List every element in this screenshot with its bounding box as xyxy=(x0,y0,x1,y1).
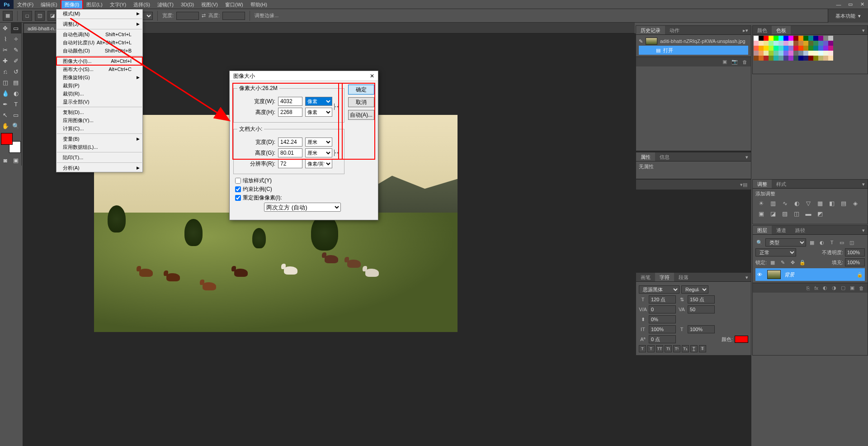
swatch[interactable] xyxy=(793,51,798,56)
auto-button[interactable]: 自动(A)... xyxy=(348,110,374,120)
lasso-tool[interactable]: ⌇ xyxy=(0,33,11,44)
mask-icon[interactable]: ◐ xyxy=(823,285,827,291)
properties-collapsed[interactable]: ▾▤ xyxy=(636,179,751,188)
menu-layer[interactable]: 图层(L) xyxy=(83,0,106,9)
swatch[interactable] xyxy=(769,36,774,41)
menu-item-T[interactable]: 陷印(T)... xyxy=(57,153,142,161)
swatch[interactable] xyxy=(754,36,759,41)
font-size-input[interactable] xyxy=(649,295,676,304)
resolution-input[interactable] xyxy=(278,159,302,168)
layer-background[interactable]: 👁 背景 🔒 xyxy=(755,268,865,281)
trash-icon[interactable]: 🗑 xyxy=(742,59,747,65)
px-height-input[interactable] xyxy=(278,108,302,117)
swatch[interactable] xyxy=(774,41,778,46)
swatch[interactable] xyxy=(803,41,808,46)
swatch[interactable] xyxy=(798,41,803,46)
workspace-switcher[interactable]: 基本功能 ▾ xyxy=(828,9,868,23)
stamp-tool[interactable]: ⎌ xyxy=(0,66,11,77)
tool-preset-icon[interactable]: ▦ xyxy=(3,11,13,21)
tab-actions[interactable]: 动作 xyxy=(665,26,684,34)
menu-item-A[interactable]: 分析(A)▶ xyxy=(57,164,142,172)
swatch[interactable] xyxy=(778,41,783,46)
swatch[interactable] xyxy=(818,51,823,56)
minimize-button[interactable]: — xyxy=(833,0,844,9)
menu-item-S[interactable]: 画布大小(S)...Alt+Ctrl+C xyxy=(57,65,142,73)
swatch[interactable] xyxy=(774,46,778,51)
fx-icon[interactable]: fx xyxy=(814,285,818,291)
tab-paragraph[interactable]: 段落 xyxy=(674,273,693,281)
vibrance-icon[interactable]: ▽ xyxy=(804,200,812,207)
swatch[interactable] xyxy=(803,36,808,41)
eye-icon[interactable]: 👁 xyxy=(757,272,764,277)
menu-item-I[interactable]: 图像大小(I)...Alt+Ctrl+I xyxy=(57,57,142,65)
marquee-tool[interactable]: ▭ xyxy=(11,23,22,33)
swatch[interactable] xyxy=(759,41,764,46)
swatch[interactable] xyxy=(754,46,759,51)
swatch[interactable] xyxy=(759,51,764,56)
lock-pos-icon[interactable]: ✥ xyxy=(788,260,797,266)
swatch[interactable] xyxy=(798,51,803,56)
swatch[interactable] xyxy=(828,51,833,56)
swatch[interactable] xyxy=(818,56,823,61)
menu-item-O[interactable]: 自动颜色(O)Shift+Ctrl+B xyxy=(57,47,142,55)
filter-type-icon[interactable]: T xyxy=(828,240,836,245)
filter-smart-icon[interactable]: ◫ xyxy=(848,240,856,246)
constrain-checkbox[interactable]: 约束比例(C) xyxy=(235,185,344,193)
baseline-input[interactable] xyxy=(649,335,676,343)
panel-menu-icon[interactable]: ▾ xyxy=(859,26,868,34)
text-color-chip[interactable] xyxy=(735,336,748,343)
new-selection-icon[interactable]: □ xyxy=(22,11,32,21)
leading-input[interactable] xyxy=(688,295,715,304)
swatch[interactable] xyxy=(803,51,808,56)
swatch[interactable] xyxy=(793,56,798,61)
swatch[interactable] xyxy=(823,46,828,51)
kerning-input[interactable] xyxy=(649,305,676,313)
doc-height-input[interactable] xyxy=(278,148,302,157)
tab-info[interactable]: 信息 xyxy=(655,152,674,161)
filter-pixel-icon[interactable]: ▦ xyxy=(808,240,816,246)
menu-select[interactable]: 选择(S) xyxy=(130,0,154,9)
menu-item-U[interactable]: 自动对比度(U)Alt+Shift+Ctrl+L xyxy=(57,38,142,47)
swatch[interactable] xyxy=(778,56,783,61)
tab-history[interactable]: 历史记录 xyxy=(636,26,665,34)
swatch[interactable] xyxy=(803,46,808,51)
history-brush-tool[interactable]: ↺ xyxy=(11,66,22,77)
swatch[interactable] xyxy=(823,41,828,46)
curves-icon[interactable]: ∿ xyxy=(781,200,789,207)
swatch[interactable] xyxy=(778,51,783,56)
swatch[interactable] xyxy=(754,56,759,61)
swatch[interactable] xyxy=(788,46,793,51)
tab-swatches[interactable]: 色板 xyxy=(772,26,791,34)
photo-filter-icon[interactable]: ▤ xyxy=(840,200,848,207)
swatch[interactable] xyxy=(769,46,774,51)
history-state-open[interactable]: ▤ 打开 xyxy=(639,46,748,55)
menu-item-M[interactable]: 模式(M)▶ xyxy=(57,9,142,18)
swatch[interactable] xyxy=(813,36,818,41)
swatch[interactable] xyxy=(778,46,783,51)
swatch[interactable] xyxy=(808,51,813,56)
menu-item-N[interactable]: 自动色调(N)Shift+Ctrl+L xyxy=(57,30,142,38)
cancel-button[interactable]: 取消 xyxy=(348,97,374,107)
selcolor-icon[interactable]: ◩ xyxy=(816,210,824,217)
link-icon[interactable]: ⎬⎨ xyxy=(332,95,340,119)
swatch[interactable] xyxy=(788,56,793,61)
swatch[interactable] xyxy=(828,36,833,41)
swatch[interactable] xyxy=(764,36,769,41)
add-selection-icon[interactable]: ◫ xyxy=(35,11,45,21)
path-tool[interactable]: ↖ xyxy=(0,109,11,120)
quickmask-tool[interactable]: ◙ xyxy=(0,155,11,166)
swatch[interactable] xyxy=(764,56,769,61)
poster-icon[interactable]: ▨ xyxy=(781,210,789,217)
opacity-input[interactable] xyxy=(845,248,865,256)
swatch[interactable] xyxy=(783,46,788,51)
panel-menu-icon[interactable]: ▾ xyxy=(859,226,868,234)
swatch[interactable] xyxy=(759,46,764,51)
swatch[interactable] xyxy=(769,56,774,61)
ok-button[interactable]: 确定 xyxy=(348,85,374,95)
swatch[interactable] xyxy=(754,41,759,46)
menu-item-Y[interactable]: 应用图像(Y)... xyxy=(57,116,142,124)
swatch[interactable] xyxy=(823,36,828,41)
swatch[interactable] xyxy=(798,56,803,61)
swatch[interactable] xyxy=(778,36,783,41)
swatch[interactable] xyxy=(793,41,798,46)
